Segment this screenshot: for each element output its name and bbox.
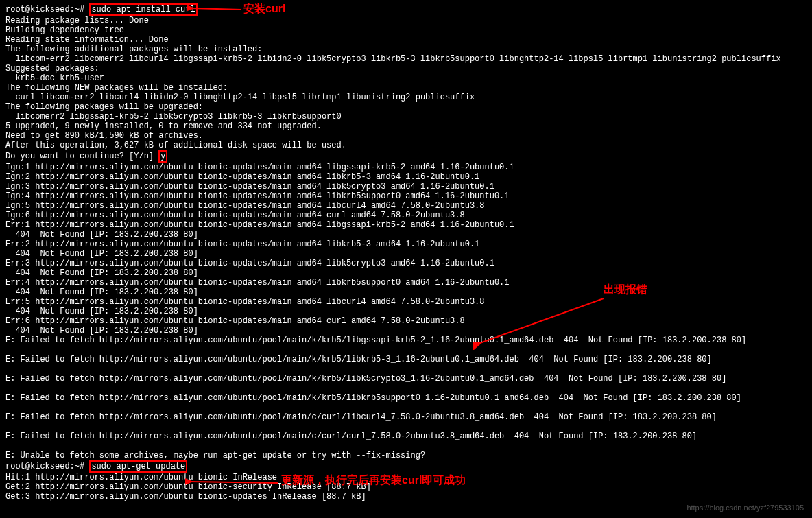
- shell-prompt-2: root@kickseed:~#: [5, 462, 89, 471]
- terminal-output-line: Ign:2 http://mirrors.aliyun.com/ubuntu b…: [5, 172, 807, 182]
- output-block-1: Reading package lists... DoneBuilding de…: [5, 16, 807, 150]
- terminal-output-line: E: Failed to fetch http://mirrors.aliyun…: [5, 393, 807, 403]
- terminal-output-line: [5, 364, 807, 374]
- terminal-content[interactable]: root@kickseed:~# sudo apt install curl R…: [5, 3, 807, 502]
- terminal-output-line: The following NEW packages will be insta…: [5, 83, 807, 93]
- terminal-output-line: Err:5 http://mirrors.aliyun.com/ubuntu b…: [5, 297, 807, 307]
- continue-input: y: [160, 152, 165, 161]
- shell-prompt: root@kickseed:~#: [5, 5, 89, 14]
- terminal-output-line: 404 Not Found [IP: 183.2.200.238 80]: [5, 249, 807, 259]
- annotation-error: 出现报错: [604, 285, 647, 294]
- terminal-output-line: krb5-doc krb5-user: [5, 73, 807, 83]
- terminal-output-line: libcom-err2 libcomerr2 libcurl4 libgssap…: [5, 54, 807, 64]
- terminal-output-line: Building dependency tree: [5, 25, 807, 35]
- command-text-1: sudo apt install curl: [91, 5, 195, 14]
- continue-prompt-line: Do you want to continue? [Y/n] y: [5, 150, 807, 163]
- prompt-line-1: root@kickseed:~# sudo apt install curl: [5, 3, 807, 16]
- output-block-2: Ign:1 http://mirrors.aliyun.com/ubuntu b…: [5, 163, 807, 460]
- terminal-output-line: [5, 403, 807, 412]
- terminal-output-line: Err:3 http://mirrors.aliyun.com/ubuntu b…: [5, 259, 807, 268]
- terminal-output-line: Get:3 http://mirrors.aliyun.com/ubuntu b…: [5, 492, 807, 502]
- terminal-output-line: 5 upgraded, 9 newly installed, 0 to remo…: [5, 121, 807, 131]
- terminal-output-line: Ign:5 http://mirrors.aliyun.com/ubuntu b…: [5, 201, 807, 211]
- terminal-output-line: 404 Not Found [IP: 183.2.200.238 80]: [5, 287, 807, 297]
- terminal-output-line: Err:4 http://mirrors.aliyun.com/ubuntu b…: [5, 278, 807, 287]
- terminal-output-line: Ign:6 http://mirrors.aliyun.com/ubuntu b…: [5, 211, 807, 220]
- terminal-output-line: Suggested packages:: [5, 64, 807, 73]
- terminal-output-line: 404 Not Found [IP: 183.2.200.238 80]: [5, 268, 807, 278]
- terminal-output-line: E: Failed to fetch http://mirrors.aliyun…: [5, 335, 807, 345]
- command-text-2: sudo apt-get update: [91, 462, 185, 471]
- terminal-output-line: E: Unable to fetch some archives, maybe …: [5, 451, 807, 460]
- terminal-output-line: [5, 384, 807, 393]
- terminal-output-line: E: Failed to fetch http://mirrors.aliyun…: [5, 355, 807, 364]
- command-highlight-2: sudo apt-get update: [89, 460, 187, 473]
- terminal-output-line: 404 Not Found [IP: 183.2.200.238 80]: [5, 307, 807, 316]
- terminal-output-line: After this operation, 3,627 kB of additi…: [5, 141, 807, 150]
- terminal-output-line: Ign:3 http://mirrors.aliyun.com/ubuntu b…: [5, 182, 807, 191]
- terminal-output-line: Err:1 http://mirrors.aliyun.com/ubuntu b…: [5, 220, 807, 230]
- terminal-output-line: The following packages will be upgraded:: [5, 102, 807, 112]
- terminal-output-line: E: Failed to fetch http://mirrors.aliyun…: [5, 374, 807, 384]
- terminal-output-line: Need to get 890 kB/1,590 kB of archives.: [5, 131, 807, 141]
- terminal-output-line: [5, 422, 807, 432]
- terminal-output-line: Ign:4 http://mirrors.aliyun.com/ubuntu b…: [5, 191, 807, 201]
- terminal-output-line: Err:2 http://mirrors.aliyun.com/ubuntu b…: [5, 239, 807, 249]
- terminal-output-line: Ign:1 http://mirrors.aliyun.com/ubuntu b…: [5, 163, 807, 172]
- continue-input-highlight: y: [158, 150, 167, 163]
- watermark-text: https://blog.csdn.net/yzf279533105: [686, 503, 804, 513]
- terminal-output-line: [5, 345, 807, 355]
- terminal-output-line: libcomerr2 libgssapi-krb5-2 libk5crypto3…: [5, 112, 807, 121]
- terminal-output-line: E: Failed to fetch http://mirrors.aliyun…: [5, 432, 807, 441]
- annotation-install-curl: 安装curl: [243, 4, 285, 14]
- terminal-output-line: E: Failed to fetch http://mirrors.aliyun…: [5, 412, 807, 422]
- continue-text: Do you want to continue? [Y/n]: [5, 152, 158, 161]
- annotation-update-source: 更新源，执行完后再安装curl即可成功: [281, 475, 466, 485]
- terminal-output-line: Reading state information... Done: [5, 35, 807, 45]
- terminal-output-line: The following additional packages will b…: [5, 45, 807, 54]
- terminal-output-line: Err:6 http://mirrors.aliyun.com/ubuntu b…: [5, 316, 807, 326]
- prompt-line-2: root@kickseed:~# sudo apt-get update: [5, 460, 807, 473]
- terminal-output-line: [5, 441, 807, 451]
- terminal-output-line: Reading package lists... Done: [5, 16, 807, 25]
- terminal-output-line: 404 Not Found [IP: 183.2.200.238 80]: [5, 326, 807, 335]
- command-highlight-1: sudo apt install curl: [89, 3, 197, 16]
- terminal-output-line: 404 Not Found [IP: 183.2.200.238 80]: [5, 230, 807, 239]
- terminal-output-line: curl libcom-err2 libcurl4 libidn2-0 libn…: [5, 93, 807, 102]
